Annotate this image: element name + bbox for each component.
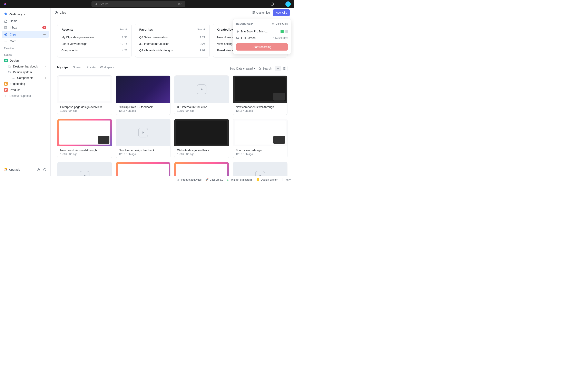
- see-all-link[interactable]: See all: [120, 28, 128, 31]
- svg-rect-19: [254, 11, 255, 12]
- tab-private[interactable]: Private: [86, 66, 95, 71]
- svg-point-13: [6, 41, 6, 42]
- bb-label: Widget brainstorm: [231, 178, 252, 181]
- clickup-logo-icon[interactable]: [3, 2, 7, 6]
- invite-icon[interactable]: [37, 168, 40, 171]
- rocket-icon: 🚀: [205, 178, 208, 181]
- space-engineering[interactable]: E Engineering: [2, 81, 49, 87]
- tab-workspace[interactable]: Workspace: [100, 66, 114, 71]
- screen-row[interactable]: Full Screen 1440x900px: [236, 35, 288, 41]
- sidebar-footer: 🎊 Upgrade: [2, 166, 49, 173]
- space-design[interactable]: D Design: [2, 58, 49, 64]
- more-dots-icon[interactable]: ⋯: [43, 33, 46, 36]
- header-left: Clips: [55, 11, 66, 14]
- bb-more[interactable]: +5 ▾: [283, 178, 291, 181]
- tab-shared[interactable]: Shared: [73, 66, 82, 71]
- folder-icon: [8, 71, 11, 74]
- clip-meta: 12:16 • 3h ago: [236, 152, 285, 156]
- sidebar-item-more[interactable]: More: [2, 38, 49, 44]
- clip-info: New components walkthrough12:16 • 3h ago: [233, 103, 287, 115]
- clip-card[interactable]: New Home design feedback12:16 • 3h ago: [116, 119, 171, 158]
- inbox-badge: 9: [42, 26, 46, 29]
- chevron-down-icon: ▾: [24, 13, 25, 15]
- plus-circle-icon[interactable]: [270, 2, 274, 6]
- discover-spaces[interactable]: Discover Spaces: [2, 93, 49, 99]
- workspace-name: Ordinary: [9, 12, 22, 16]
- clip-card[interactable]: [233, 162, 288, 176]
- clip-name: Q2 all-hands slide designs: [139, 49, 173, 52]
- sidebar-item-home[interactable]: Home: [2, 18, 49, 24]
- clip-row[interactable]: 3.0 Internal Intruduction3:24: [139, 41, 205, 47]
- chevron-down-icon: ▾: [289, 178, 291, 181]
- clip-card[interactable]: 3.0 Internal Intruduction12:16 • 3h ago: [174, 75, 229, 115]
- bb-clickup[interactable]: 🚀 ClickUp 3.0: [205, 178, 223, 181]
- svg-point-8: [279, 5, 279, 5]
- customize-button[interactable]: Customize: [252, 11, 270, 14]
- clip-card[interactable]: Website design feedback12:16 • 3h ago: [174, 119, 229, 158]
- clip-card[interactable]: Enterprise page design overview12:16 • 3…: [57, 75, 112, 115]
- clip-info: Website design feedback12:16 • 3h ago: [174, 146, 229, 158]
- space-product[interactable]: P Product: [2, 87, 49, 93]
- svg-point-12: [4, 41, 5, 42]
- search-box[interactable]: Search... ⌘K: [91, 1, 185, 7]
- apps-grid-icon[interactable]: [278, 2, 282, 6]
- spaces-label[interactable]: Spaces: [2, 51, 49, 58]
- customize-label: Customize: [256, 11, 270, 14]
- grid-view-button[interactable]: [281, 66, 287, 71]
- topbar-right: [270, 1, 291, 7]
- svg-rect-24: [285, 67, 285, 68]
- new-clip-button[interactable]: New Clip: [273, 9, 290, 16]
- clip-card[interactable]: [174, 162, 229, 176]
- favorites-card: Favorites See all Q3 Sales presentation1…: [135, 24, 209, 58]
- search-placeholder: Search...: [99, 2, 111, 6]
- notebook-icon: 📒: [256, 178, 259, 181]
- goto-clips-link[interactable]: Go to Clips: [272, 22, 288, 25]
- clip-card[interactable]: New components walkthrough12:16 • 3h ago: [233, 75, 288, 115]
- space-components[interactable]: Components 4: [2, 75, 49, 81]
- tab-my-clips[interactable]: My clips: [57, 66, 68, 71]
- clip-card[interactable]: Board view redesign12:16 • 3h ago: [233, 119, 288, 158]
- workspace-switcher[interactable]: Ordinary ▾: [2, 10, 49, 18]
- sort-dropdown[interactable]: Sort: Date created ▾: [229, 67, 255, 70]
- space-design-system[interactable]: Design system: [2, 69, 49, 75]
- search-button[interactable]: Search: [258, 67, 272, 70]
- space-designer-handbook[interactable]: Designer handbook 4: [2, 64, 49, 69]
- favorites-label[interactable]: Favorites: [2, 44, 49, 51]
- bb-design-system[interactable]: 📒 Design system: [256, 178, 278, 181]
- list-view-button[interactable]: [275, 66, 281, 71]
- bb-widget[interactable]: Widget brainstorm: [227, 178, 252, 181]
- sidebar-item-label: Home: [10, 19, 17, 23]
- clip-row[interactable]: Board view redesign12:16: [61, 41, 127, 47]
- clip-row[interactable]: Components4:23: [61, 47, 127, 54]
- sidebar-item-inbox[interactable]: Inbox 9: [2, 24, 49, 31]
- clip-row[interactable]: Q3 Sales presentation1:21: [139, 34, 205, 41]
- clip-row[interactable]: My Clips design overview2:31: [61, 34, 127, 41]
- mic-label: MacBook Pro Micro...: [241, 30, 268, 33]
- tabs-row: My clips Shared Private Workspace Sort: …: [51, 62, 294, 71]
- clip-time: 9:07: [200, 49, 205, 52]
- mic-row[interactable]: MacBook Pro Micro...: [236, 28, 288, 35]
- space-label: Engineering: [10, 82, 25, 85]
- record-popover: RECORD CLIP Go to Clips MacBook Pro Micr…: [233, 19, 291, 54]
- avatar[interactable]: [285, 1, 291, 7]
- start-recording-button[interactable]: Start recording: [236, 43, 288, 50]
- clip-card[interactable]: [57, 162, 112, 176]
- clip-row[interactable]: Q2 all-hands slide designs9:07: [139, 47, 205, 54]
- discover-label: Discover Spaces: [9, 94, 31, 98]
- space-badge: P: [4, 88, 8, 92]
- clip-name: Q3 Sales presentation: [139, 36, 168, 39]
- page-title: Clips: [60, 11, 66, 14]
- sidebar-item-clips[interactable]: Clips ⋯: [2, 31, 49, 38]
- help-icon[interactable]: [43, 168, 46, 171]
- clip-info: Board view redesign12:16 • 3h ago: [233, 146, 287, 158]
- upgrade-label: Upgrade: [9, 168, 20, 171]
- svg-rect-26: [285, 69, 285, 69]
- clip-card[interactable]: ClickUp Brain LP feedback12:16 • 3h ago: [116, 75, 171, 115]
- see-all-link[interactable]: See all: [197, 28, 205, 31]
- upgrade-button[interactable]: 🎊 Upgrade: [4, 168, 20, 171]
- clip-card[interactable]: New board view walkthrough12:16 • 3h ago: [57, 119, 112, 158]
- clips-grid: Enterprise page design overview12:16 • 3…: [51, 71, 294, 176]
- clip-meta: 12:16 • 3h ago: [177, 152, 226, 156]
- bb-product-analytics[interactable]: Product analytics: [177, 178, 201, 181]
- clip-card[interactable]: [116, 162, 171, 176]
